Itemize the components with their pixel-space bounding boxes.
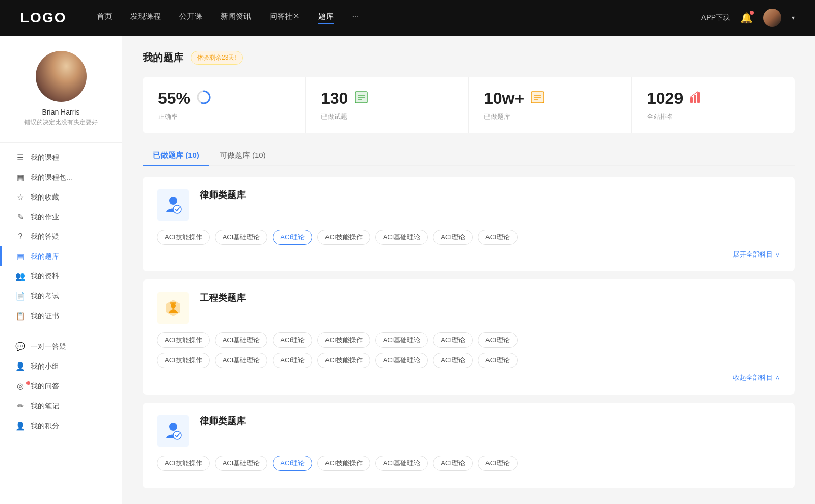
- tag-selected[interactable]: ACI理论: [273, 456, 312, 471]
- sidebar-item-notes[interactable]: ✏ 我的笔记: [0, 396, 122, 416]
- tag[interactable]: ACI基础理论: [375, 456, 428, 471]
- tag[interactable]: ACI技能操作: [317, 332, 370, 348]
- tag[interactable]: ACI基础理论: [215, 230, 268, 245]
- nav-link-open[interactable]: 公开课: [179, 12, 202, 24]
- sidebar-item-coursepack[interactable]: ▦ 我的课程包...: [0, 167, 122, 187]
- svg-rect-18: [170, 302, 176, 304]
- cert-icon: 📋: [15, 311, 25, 321]
- nav-links: 首页 发现课程 公开课 新闻资讯 问答社区 题库 ···: [97, 12, 701, 24]
- accuracy-icon: [197, 90, 211, 107]
- sidebar-item-label: 一对一答疑: [31, 342, 66, 351]
- nav-link-qa[interactable]: 问答社区: [269, 12, 300, 24]
- nav-link-home[interactable]: 首页: [97, 12, 112, 24]
- tag[interactable]: ACI基础理论: [215, 456, 268, 471]
- sidebar-item-label: 我的笔记: [31, 402, 59, 411]
- tag[interactable]: ACI基础理论: [375, 230, 428, 245]
- homework-icon: ✎: [15, 212, 25, 222]
- stat-banks-label: 已做题库: [484, 112, 616, 121]
- tag[interactable]: ACI技能操作: [317, 230, 370, 245]
- expand-link-1[interactable]: 展开全部科目 ∨: [157, 250, 780, 259]
- stat-done-value: 130: [321, 89, 348, 108]
- sidebar-item-homework[interactable]: ✎ 我的作业: [0, 207, 122, 227]
- tag[interactable]: ACI理论: [478, 456, 518, 471]
- svg-point-15: [169, 197, 177, 205]
- tag[interactable]: ACI基础理论: [375, 353, 428, 368]
- sidebar-item-points[interactable]: 👤 我的积分: [0, 416, 122, 436]
- sidebar-item-exam[interactable]: 📄 我的考试: [0, 286, 122, 306]
- tag[interactable]: ACI理论: [273, 353, 312, 368]
- nav-bell-dot: [750, 11, 754, 15]
- tag[interactable]: ACI理论: [478, 353, 518, 368]
- sidebar-item-label: 我的小组: [31, 362, 59, 371]
- nav-link-news[interactable]: 新闻资讯: [221, 12, 251, 24]
- stat-top: 1029: [647, 89, 779, 108]
- sidebar-item-label: 我的问答: [31, 382, 59, 391]
- tags-row-2a: ACI技能操作 ACI基础理论 ACI理论 ACI技能操作 ACI基础理论 AC…: [157, 332, 780, 348]
- sidebar-item-course[interactable]: ☰ 我的课程: [0, 148, 122, 167]
- tag[interactable]: ACI理论: [273, 332, 312, 348]
- sidebar-item-profile[interactable]: 👥 我的资料: [0, 266, 122, 286]
- tag[interactable]: ACI基础理论: [375, 332, 428, 348]
- stat-accuracy-label: 正确率: [158, 112, 290, 121]
- nav-app-download[interactable]: APP下载: [701, 13, 730, 22]
- nav-avatar-image: [763, 9, 781, 27]
- tag[interactable]: ACI基础理论: [215, 353, 268, 368]
- qbank-name-1: 律师类题库: [200, 189, 246, 201]
- nav-chevron-icon[interactable]: ▾: [792, 14, 795, 21]
- tag[interactable]: ACI技能操作: [157, 230, 210, 245]
- done-icon: [354, 90, 368, 107]
- nav-link-bank[interactable]: 题库: [318, 12, 334, 24]
- sidebar-divider-1: [0, 142, 122, 143]
- tab-available-banks[interactable]: 可做题库 (10): [209, 146, 276, 165]
- layout: Brian Harris 错误的决定比没有决定要好 ☰ 我的课程 ▦ 我的课程包…: [0, 36, 815, 504]
- nav-link-discover[interactable]: 发现课程: [130, 12, 161, 24]
- tag-selected[interactable]: ACI理论: [273, 230, 312, 245]
- sidebar-item-label: 我的积分: [31, 422, 59, 431]
- trial-badge: 体验剩余23天!: [191, 51, 243, 65]
- points-icon: 👤: [15, 421, 25, 431]
- notes-icon: ✏: [15, 401, 25, 411]
- stat-done-banks: 10w+ 已做题库: [469, 77, 632, 133]
- tag[interactable]: ACI理论: [433, 353, 473, 368]
- sidebar-item-favorites[interactable]: ☆ 我的收藏: [0, 187, 122, 207]
- tag[interactable]: ACI技能操作: [157, 332, 210, 348]
- qa-dot: [26, 381, 30, 385]
- stat-top: 130: [321, 89, 453, 108]
- sidebar-item-myqa[interactable]: ◎ 我的问答: [0, 376, 122, 396]
- qbank-card-1: 律师类题库 ACI技能操作 ACI基础理论 ACI理论 ACI技能操作 ACI基…: [143, 177, 795, 271]
- nav-bell-icon[interactable]: 🔔: [740, 12, 753, 24]
- collapse-link-2[interactable]: 收起全部科目 ∧: [157, 373, 780, 382]
- sidebar-divider-2: [0, 331, 122, 331]
- sidebar-item-bank[interactable]: ▤ 我的题库: [0, 246, 122, 266]
- group-icon: 👤: [15, 361, 25, 371]
- tag[interactable]: ACI理论: [433, 332, 473, 348]
- tag[interactable]: ACI技能操作: [317, 456, 370, 471]
- tag[interactable]: ACI理论: [433, 230, 473, 245]
- nav-link-more[interactable]: ···: [352, 12, 359, 24]
- tag[interactable]: ACI基础理论: [215, 332, 268, 348]
- tag[interactable]: ACI技能操作: [157, 456, 210, 471]
- qbank-icon-lawyer-1: [157, 189, 189, 221]
- sidebar-item-cert[interactable]: 📋 我的证书: [0, 306, 122, 326]
- course-icon: ☰: [15, 153, 25, 162]
- sidebar-item-1on1[interactable]: 💬 一对一答疑: [0, 337, 122, 356]
- sidebar-item-qa[interactable]: ? 我的答疑: [0, 227, 122, 246]
- stat-top: 55%: [158, 89, 290, 108]
- qbank-header-3: 律师类题库: [157, 415, 780, 447]
- tag[interactable]: ACI理论: [433, 456, 473, 471]
- qbank-card-3: 律师类题库 ACI技能操作 ACI基础理论 ACI理论 ACI技能操作 ACI基…: [143, 403, 795, 488]
- nav-logo[interactable]: LOGO: [20, 10, 66, 26]
- tag[interactable]: ACI技能操作: [157, 353, 210, 368]
- sidebar-profile: Brian Harris 错误的决定比没有决定要好: [0, 51, 122, 137]
- tag[interactable]: ACI理论: [478, 332, 518, 348]
- stat-done-label: 已做试题: [321, 112, 453, 121]
- nav-avatar[interactable]: [763, 9, 781, 27]
- svg-point-19: [169, 423, 177, 431]
- stat-rank-label: 全站排名: [647, 112, 779, 121]
- sidebar-item-group[interactable]: 👤 我的小组: [0, 356, 122, 376]
- tag[interactable]: ACI理论: [478, 230, 518, 245]
- qbank-icon-lawyer-2: [157, 415, 189, 447]
- tab-done-banks[interactable]: 已做题库 (10): [143, 146, 209, 165]
- sidebar-avatar: [36, 51, 87, 102]
- tag[interactable]: ACI技能操作: [317, 353, 370, 368]
